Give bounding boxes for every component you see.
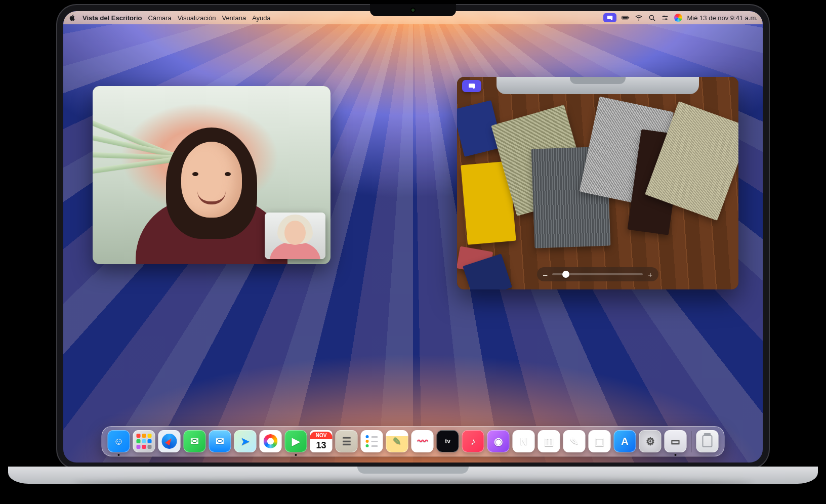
running-indicator: [118, 454, 120, 456]
dock-freeform[interactable]: 〰: [411, 430, 434, 452]
svg-rect-4: [622, 17, 627, 18]
svg-point-12: [665, 18, 667, 20]
spotlight-icon[interactable]: [648, 14, 656, 22]
svg-point-7: [649, 15, 653, 19]
dock-messages[interactable]: ✉: [184, 430, 206, 452]
dock-deskview-app[interactable]: ▭: [665, 430, 687, 452]
dock-finder[interactable]: ☺: [108, 430, 130, 452]
svg-point-15: [473, 87, 474, 88]
dock-news[interactable]: N: [513, 430, 535, 452]
local-participant: [272, 213, 318, 259]
dock-settings[interactable]: ⚙: [639, 430, 662, 452]
facetime-window[interactable]: [93, 86, 331, 264]
dock-keynote-app[interactable]: ▣: [589, 430, 611, 452]
dock-appstore[interactable]: A: [614, 430, 636, 452]
dock-mail[interactable]: ✉: [209, 430, 231, 452]
dock-calendar[interactable]: NOV13: [310, 430, 333, 452]
zoom-thumb[interactable]: [562, 271, 569, 278]
facetime-self-view[interactable]: [265, 213, 325, 259]
svg-line-8: [653, 19, 654, 21]
dock-music[interactable]: ♪: [462, 430, 484, 452]
laptop-edge-in-view: [497, 77, 699, 94]
desk-view-window[interactable]: – +: [457, 77, 738, 289]
running-indicator: [675, 454, 677, 456]
dock-reminders[interactable]: [361, 430, 383, 452]
dock-tv[interactable]: tv: [437, 430, 459, 452]
menu-camera[interactable]: Cámara: [148, 14, 172, 22]
calendar-month: NOV: [310, 432, 333, 439]
remote-participant: [146, 117, 277, 264]
dock-facetime-app[interactable]: ▶: [285, 430, 307, 452]
running-indicator: [295, 454, 297, 456]
svg-rect-5: [628, 17, 629, 18]
siri-icon[interactable]: [674, 14, 682, 22]
screen-bezel: Vista del Escritorio Cámara Visualizació…: [56, 4, 770, 470]
zoom-track[interactable]: [552, 273, 643, 275]
dock-launchpad[interactable]: [133, 430, 155, 452]
dock-pages[interactable]: ✎: [563, 430, 586, 452]
dock-notes[interactable]: ✎: [386, 430, 408, 452]
calendar-day: 13: [316, 439, 326, 451]
zoom-out-button[interactable]: –: [543, 271, 547, 278]
svg-point-10: [663, 16, 665, 17]
display-notch: [370, 4, 456, 16]
dock-podcasts[interactable]: ◉: [487, 430, 510, 452]
macos-desktop[interactable]: Vista del Escritorio Cámara Visualizació…: [63, 11, 763, 463]
menu-help[interactable]: Ayuda: [252, 14, 271, 22]
svg-point-6: [638, 20, 639, 21]
control-center-icon[interactable]: [661, 14, 669, 22]
dock-safari[interactable]: [158, 430, 181, 452]
wifi-icon[interactable]: [635, 14, 643, 22]
desk-view-status-icon[interactable]: [603, 13, 616, 22]
apple-menu-icon[interactable]: [68, 14, 76, 22]
app-menu[interactable]: Vista del Escritorio: [82, 14, 142, 22]
menu-window[interactable]: Ventana: [222, 14, 246, 22]
macbook-frame: Vista del Escritorio Cámara Visualizació…: [33, 4, 793, 500]
desk-view-zoom-slider[interactable]: – +: [537, 267, 658, 281]
dock[interactable]: ☺✉✉➤▶NOV13☰✎〰tv♪◉N▥✎▣A⚙▭: [102, 426, 725, 456]
dock-photos[interactable]: [260, 430, 282, 452]
desk-view-share-button[interactable]: [462, 80, 481, 92]
dock-maps[interactable]: ➤: [234, 430, 257, 452]
battery-icon[interactable]: [622, 14, 630, 22]
menu-bar-clock[interactable]: Mié 13 de nov 9:41 a.m.: [687, 14, 758, 22]
svg-point-2: [611, 19, 612, 20]
macbook-base: [8, 467, 818, 484]
zoom-in-button[interactable]: +: [648, 271, 652, 278]
dock-trash[interactable]: [696, 430, 719, 452]
menu-view[interactable]: Visualización: [178, 14, 216, 22]
dock-separator: [691, 431, 692, 452]
dock-numbers[interactable]: ▥: [538, 430, 560, 452]
dock-contacts[interactable]: ☰: [336, 430, 358, 452]
